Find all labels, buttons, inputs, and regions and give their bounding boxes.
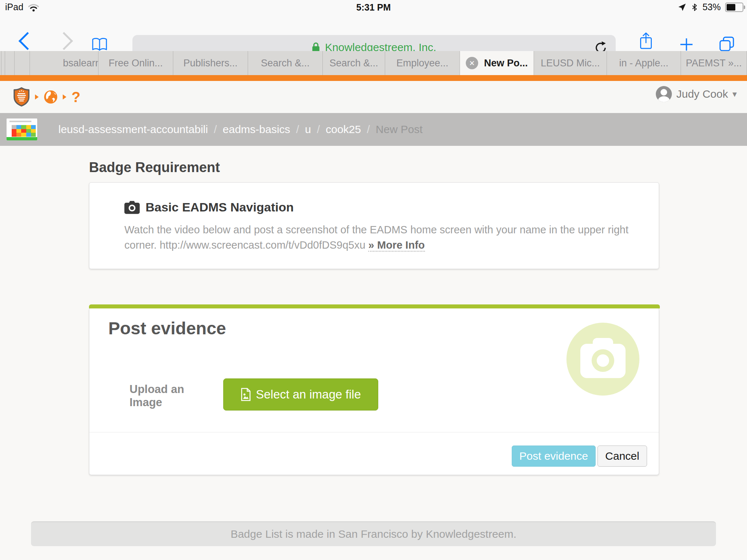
breadcrumb-separator: / [296, 123, 299, 136]
card-footer-divider [89, 432, 659, 432]
tab-search-1[interactable]: Search &... [248, 51, 323, 75]
upload-image-label: Upload an Image [129, 383, 208, 409]
breadcrumb-separator: / [214, 123, 217, 136]
close-tab-icon[interactable]: ✕ [466, 57, 478, 69]
back-button[interactable] [19, 32, 36, 50]
image-file-icon [241, 388, 251, 401]
site-header: ? Judy Cook ▾ [0, 81, 747, 113]
tab-bsalearn[interactable]: bsalearn [30, 51, 98, 75]
accent-divider [0, 75, 747, 81]
badge-shield-logo[interactable] [13, 87, 30, 107]
forward-button[interactable] [55, 32, 73, 50]
user-name: Judy Cook [676, 88, 728, 100]
site-footer: Badge List is made in San Francisco by K… [31, 521, 716, 546]
bookmarks-icon[interactable] [91, 37, 108, 52]
breadcrumb-bar: leusd-assessment-accountabili / eadms-ba… [0, 113, 747, 146]
tab-new-post-active[interactable]: ✕ New Po... [460, 51, 534, 75]
breadcrumb-separator: / [317, 123, 320, 136]
breadcrumb-link-group[interactable]: leusd-assessment-accountabili [58, 123, 208, 136]
breadcrumb: leusd-assessment-accountabili / eadms-ba… [58, 113, 422, 146]
browser-chrome: iPad 5:31 PM 53% [0, 0, 747, 51]
breadcrumb-current: New Post [376, 123, 422, 136]
cancel-button[interactable]: Cancel [597, 446, 647, 467]
select-image-file-button[interactable]: Select an image file [223, 378, 378, 411]
badge-requirement-card: Basic EADMS Navigation Watch the video b… [89, 182, 659, 269]
tab-search-2[interactable]: Search &... [323, 51, 385, 75]
tab-employee[interactable]: Employee... [385, 51, 460, 75]
clock: 5:31 PM [0, 2, 747, 13]
tab-bar: bsalearn Free Onlin... Publishers... Sea… [0, 51, 747, 75]
requirement-title: Basic EADMS Navigation [146, 200, 294, 214]
site-thumbnail[interactable] [7, 118, 37, 140]
safari-toolbar: Knowledgestreem, Inc. [0, 15, 747, 51]
tab-publishers[interactable]: Publishers... [173, 51, 248, 75]
select-image-file-label: Select an image file [256, 388, 361, 401]
tab-leusd[interactable]: LEUSD Mic... [534, 51, 607, 75]
requirement-description: Watch the video below and post a screens… [124, 222, 642, 253]
chevron-down-icon: ▾ [732, 89, 737, 99]
card-accent-bar [89, 304, 660, 308]
caret-right-icon [35, 94, 39, 100]
caret-right-icon [63, 94, 66, 100]
battery-icon [725, 3, 743, 12]
camera-icon [124, 201, 140, 214]
breadcrumb-link-user[interactable]: cook25 [326, 123, 361, 136]
breadcrumb-separator: / [367, 123, 370, 136]
tab-sliver[interactable] [1, 51, 5, 75]
tab-in-apple[interactable]: in - Apple... [607, 51, 681, 75]
more-info-link[interactable]: » More Info [368, 239, 425, 252]
screenshot-root: iPad 5:31 PM 53% [0, 0, 747, 560]
tab-sliver[interactable] [15, 51, 30, 75]
bluetooth-icon [691, 3, 698, 12]
avatar [656, 86, 672, 102]
status-bar: iPad 5:31 PM 53% [0, 0, 747, 15]
tab-overview-icon[interactable] [719, 36, 735, 52]
post-evidence-card: Post evidence Upload an Image Select an … [89, 308, 659, 475]
tab-paemst[interactable]: PAEMST »... [681, 51, 747, 75]
post-evidence-title: Post evidence [108, 318, 226, 338]
location-icon [678, 3, 686, 12]
help-icon[interactable]: ? [71, 90, 80, 104]
new-tab-icon[interactable] [679, 37, 694, 52]
user-menu[interactable]: Judy Cook ▾ [656, 86, 737, 102]
globe-icon[interactable] [44, 90, 58, 104]
requirement-title-row: Basic EADMS Navigation [124, 200, 294, 214]
share-icon[interactable] [639, 32, 653, 50]
tab-sliver[interactable] [5, 51, 15, 75]
footer-text: Badge List is made in San Francisco by K… [231, 528, 516, 540]
battery-percent: 53% [703, 2, 721, 12]
page-title: Badge Requirement [89, 160, 220, 175]
camera-watermark-icon [566, 323, 639, 396]
breadcrumb-link-badge[interactable]: eadms-basics [223, 123, 290, 136]
post-evidence-button[interactable]: Post evidence [512, 446, 596, 467]
tab-free-online[interactable]: Free Onlin... [98, 51, 173, 75]
breadcrumb-link-u[interactable]: u [305, 123, 311, 136]
